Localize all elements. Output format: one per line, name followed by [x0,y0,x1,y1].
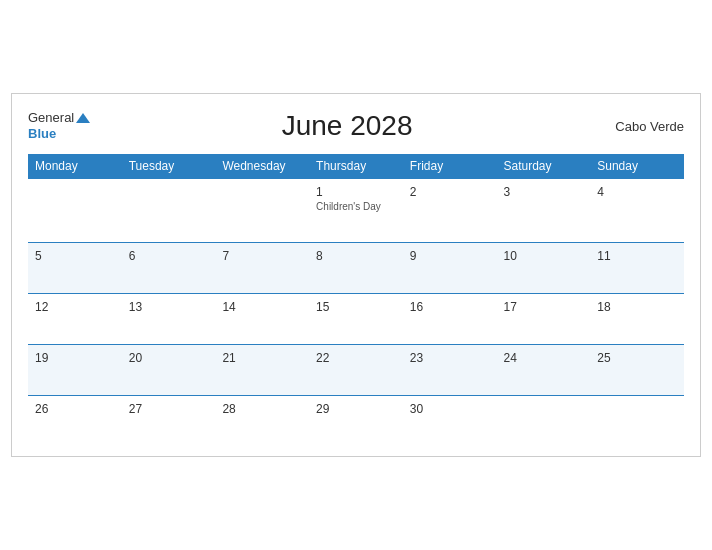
day-number: 9 [410,249,490,263]
calendar-cell: 12 [28,294,122,345]
calendar-cell: 29 [309,396,403,447]
calendar-cell: 2 [403,179,497,243]
calendar-cell: 27 [122,396,216,447]
calendar-cell: 21 [215,345,309,396]
calendar-cell: 20 [122,345,216,396]
week-row-1: 1Children's Day234 [28,179,684,243]
day-number: 17 [504,300,584,314]
day-number: 7 [222,249,302,263]
calendar-cell [497,396,591,447]
calendar-cell: 11 [590,243,684,294]
day-number: 6 [129,249,209,263]
day-number: 12 [35,300,115,314]
day-number: 4 [597,185,677,199]
calendar-cell: 13 [122,294,216,345]
calendar-cell: 7 [215,243,309,294]
day-number: 1 [316,185,396,199]
calendar-cell: 28 [215,396,309,447]
calendar-cell: 14 [215,294,309,345]
day-number: 8 [316,249,396,263]
weekday-header-saturday: Saturday [497,154,591,179]
day-number: 22 [316,351,396,365]
calendar-cell [28,179,122,243]
day-number: 16 [410,300,490,314]
logo-general-text: General [28,111,90,125]
day-number: 14 [222,300,302,314]
logo-triangle-icon [76,113,90,123]
day-number: 5 [35,249,115,263]
day-number: 23 [410,351,490,365]
day-number: 24 [504,351,584,365]
calendar-cell: 23 [403,345,497,396]
calendar-title: June 2028 [90,110,604,142]
calendar-cell: 18 [590,294,684,345]
calendar-cell: 24 [497,345,591,396]
calendar-container: General Blue June 2028 Cabo Verde Monday… [11,93,701,457]
calendar-cell: 8 [309,243,403,294]
calendar-cell: 3 [497,179,591,243]
calendar-cell: 22 [309,345,403,396]
day-number: 21 [222,351,302,365]
day-number: 13 [129,300,209,314]
calendar-cell [590,396,684,447]
day-number: 3 [504,185,584,199]
calendar-cell: 9 [403,243,497,294]
week-row-5: 2627282930 [28,396,684,447]
calendar-header: General Blue June 2028 Cabo Verde [28,110,684,142]
weekday-header-monday: Monday [28,154,122,179]
calendar-cell [215,179,309,243]
calendar-cell: 26 [28,396,122,447]
logo-area: General Blue [28,111,90,140]
calendar-cell: 30 [403,396,497,447]
calendar-cell: 10 [497,243,591,294]
day-number: 29 [316,402,396,416]
day-number: 26 [35,402,115,416]
day-number: 27 [129,402,209,416]
weekday-header-row: MondayTuesdayWednesdayThursdayFridaySatu… [28,154,684,179]
calendar-grid: MondayTuesdayWednesdayThursdayFridaySatu… [28,154,684,446]
week-row-3: 12131415161718 [28,294,684,345]
calendar-cell: 4 [590,179,684,243]
day-number: 10 [504,249,584,263]
calendar-cell [122,179,216,243]
calendar-cell: 25 [590,345,684,396]
day-number: 11 [597,249,677,263]
calendar-cell: 6 [122,243,216,294]
country-name: Cabo Verde [604,119,684,134]
weekday-header-friday: Friday [403,154,497,179]
logo-blue-text: Blue [28,126,56,141]
calendar-cell: 19 [28,345,122,396]
weekday-header-wednesday: Wednesday [215,154,309,179]
day-number: 19 [35,351,115,365]
day-number: 30 [410,402,490,416]
calendar-cell: 15 [309,294,403,345]
weekday-header-sunday: Sunday [590,154,684,179]
day-number: 25 [597,351,677,365]
calendar-cell: 17 [497,294,591,345]
calendar-cell: 16 [403,294,497,345]
week-row-2: 567891011 [28,243,684,294]
calendar-cell: 1Children's Day [309,179,403,243]
holiday-label: Children's Day [316,201,396,212]
weekday-header-thursday: Thursday [309,154,403,179]
day-number: 20 [129,351,209,365]
day-number: 15 [316,300,396,314]
calendar-cell: 5 [28,243,122,294]
week-row-4: 19202122232425 [28,345,684,396]
day-number: 18 [597,300,677,314]
weekday-header-tuesday: Tuesday [122,154,216,179]
day-number: 2 [410,185,490,199]
day-number: 28 [222,402,302,416]
